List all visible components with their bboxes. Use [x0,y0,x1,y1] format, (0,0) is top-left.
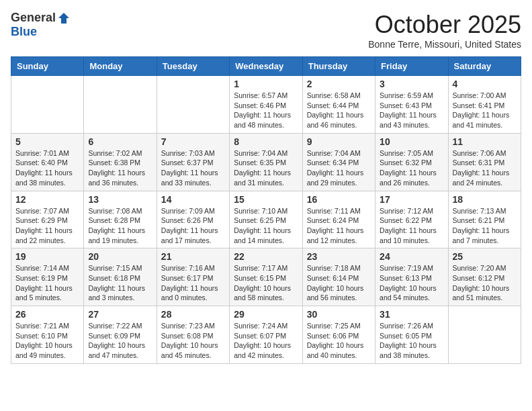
day-number: 23 [307,251,371,262]
day-number: 2 [307,79,371,89]
calendar-cell: 2Sunrise: 6:58 AM Sunset: 6:44 PM Daylig… [302,76,375,134]
calendar-week-row: 12Sunrise: 7:07 AM Sunset: 6:29 PM Dayli… [11,191,521,248]
day-number: 24 [380,251,443,262]
calendar-cell: 13Sunrise: 7:08 AM Sunset: 6:28 PM Dayli… [84,191,157,248]
day-number: 3 [380,79,443,89]
calendar-cell: 23Sunrise: 7:18 AM Sunset: 6:14 PM Dayli… [302,248,375,306]
day-number: 20 [88,251,152,262]
calendar-cell: 7Sunrise: 7:03 AM Sunset: 6:37 PM Daylig… [157,133,229,191]
day-number: 31 [380,309,443,320]
calendar-cell: 10Sunrise: 7:05 AM Sunset: 6:32 PM Dayli… [375,133,448,191]
day-number: 14 [161,194,225,205]
calendar-cell: 5Sunrise: 7:01 AM Sunset: 6:40 PM Daylig… [11,133,84,191]
title-area: October 2025 Bonne Terre, Missouri, Unit… [368,11,521,50]
calendar-cell: 9Sunrise: 7:04 AM Sunset: 6:34 PM Daylig… [302,133,375,191]
calendar-cell: 24Sunrise: 7:19 AM Sunset: 6:13 PM Dayli… [375,248,448,306]
day-info: Sunrise: 7:07 AM Sunset: 6:29 PM Dayligh… [15,206,79,246]
calendar-cell: 25Sunrise: 7:20 AM Sunset: 6:12 PM Dayli… [448,248,521,306]
day-number: 21 [161,251,225,262]
day-number: 26 [15,309,79,320]
day-info: Sunrise: 7:26 AM Sunset: 6:05 PM Dayligh… [380,321,443,361]
day-info: Sunrise: 7:21 AM Sunset: 6:10 PM Dayligh… [15,321,79,361]
calendar-cell: 14Sunrise: 7:09 AM Sunset: 6:26 PM Dayli… [157,191,229,248]
day-info: Sunrise: 6:58 AM Sunset: 6:44 PM Dayligh… [307,91,371,130]
day-info: Sunrise: 7:19 AM Sunset: 6:13 PM Dayligh… [380,263,443,303]
calendar-cell: 11Sunrise: 7:06 AM Sunset: 6:31 PM Dayli… [448,133,521,191]
day-info: Sunrise: 7:15 AM Sunset: 6:18 PM Dayligh… [88,263,152,303]
day-info: Sunrise: 7:17 AM Sunset: 6:15 PM Dayligh… [234,263,298,303]
day-info: Sunrise: 7:11 AM Sunset: 6:24 PM Dayligh… [307,206,371,246]
day-number: 11 [453,136,517,147]
day-number: 17 [380,194,443,205]
day-info: Sunrise: 7:23 AM Sunset: 6:08 PM Dayligh… [161,321,225,361]
day-number: 18 [453,194,517,205]
calendar-cell: 19Sunrise: 7:14 AM Sunset: 6:19 PM Dayli… [11,248,84,306]
col-header-tuesday: Tuesday [157,57,229,76]
day-number: 5 [15,136,79,147]
calendar-week-row: 26Sunrise: 7:21 AM Sunset: 6:10 PM Dayli… [11,306,521,364]
day-info: Sunrise: 7:25 AM Sunset: 6:06 PM Dayligh… [307,321,371,361]
day-number: 30 [307,309,371,320]
day-number: 22 [234,251,298,262]
day-number: 16 [307,194,371,205]
col-header-saturday: Saturday [448,57,521,76]
day-info: Sunrise: 7:04 AM Sunset: 6:35 PM Dayligh… [234,148,298,188]
calendar-cell [448,306,521,364]
logo: General Blue [11,11,71,39]
calendar-cell: 21Sunrise: 7:16 AM Sunset: 6:17 PM Dayli… [157,248,229,306]
calendar-cell: 1Sunrise: 6:57 AM Sunset: 6:46 PM Daylig… [230,76,302,134]
day-number: 19 [15,251,79,262]
svg-marker-0 [58,13,69,24]
logo-blue-text: Blue [11,25,37,39]
day-number: 12 [15,194,79,205]
day-info: Sunrise: 7:14 AM Sunset: 6:19 PM Dayligh… [15,263,79,303]
calendar-cell: 17Sunrise: 7:12 AM Sunset: 6:22 PM Dayli… [375,191,448,248]
calendar-cell: 8Sunrise: 7:04 AM Sunset: 6:35 PM Daylig… [230,133,302,191]
calendar-header-row: SundayMondayTuesdayWednesdayThursdayFrid… [11,57,521,76]
logo-general-text: General [11,11,56,25]
day-number: 25 [453,251,517,262]
calendar-cell: 22Sunrise: 7:17 AM Sunset: 6:15 PM Dayli… [230,248,302,306]
calendar-cell: 18Sunrise: 7:13 AM Sunset: 6:21 PM Dayli… [448,191,521,248]
day-number: 10 [380,136,443,147]
calendar-cell: 26Sunrise: 7:21 AM Sunset: 6:10 PM Dayli… [11,306,84,364]
calendar-cell: 31Sunrise: 7:26 AM Sunset: 6:05 PM Dayli… [375,306,448,364]
day-number: 28 [161,309,225,320]
day-info: Sunrise: 6:57 AM Sunset: 6:46 PM Dayligh… [234,91,298,130]
calendar-cell: 15Sunrise: 7:10 AM Sunset: 6:25 PM Dayli… [230,191,302,248]
day-info: Sunrise: 7:00 AM Sunset: 6:41 PM Dayligh… [453,91,517,130]
calendar-cell: 3Sunrise: 6:59 AM Sunset: 6:43 PM Daylig… [375,76,448,134]
calendar: SundayMondayTuesdayWednesdayThursdayFrid… [11,56,521,364]
header: General Blue October 2025 Bonne Terre, M… [11,11,521,50]
day-info: Sunrise: 7:12 AM Sunset: 6:22 PM Dayligh… [380,206,443,246]
day-number: 9 [307,136,371,147]
day-info: Sunrise: 7:09 AM Sunset: 6:26 PM Dayligh… [161,206,225,246]
day-info: Sunrise: 6:59 AM Sunset: 6:43 PM Dayligh… [380,91,443,130]
day-info: Sunrise: 7:24 AM Sunset: 6:07 PM Dayligh… [234,321,298,361]
day-number: 29 [234,309,298,320]
calendar-cell: 30Sunrise: 7:25 AM Sunset: 6:06 PM Dayli… [302,306,375,364]
calendar-week-row: 1Sunrise: 6:57 AM Sunset: 6:46 PM Daylig… [11,76,521,134]
day-number: 15 [234,194,298,205]
calendar-cell: 6Sunrise: 7:02 AM Sunset: 6:38 PM Daylig… [84,133,157,191]
day-number: 13 [88,194,152,205]
calendar-cell: 4Sunrise: 7:00 AM Sunset: 6:41 PM Daylig… [448,76,521,134]
day-info: Sunrise: 7:13 AM Sunset: 6:21 PM Dayligh… [453,206,517,246]
calendar-cell: 16Sunrise: 7:11 AM Sunset: 6:24 PM Dayli… [302,191,375,248]
day-info: Sunrise: 7:16 AM Sunset: 6:17 PM Dayligh… [161,263,225,303]
col-header-sunday: Sunday [11,57,84,76]
calendar-cell [11,76,84,134]
day-info: Sunrise: 7:08 AM Sunset: 6:28 PM Dayligh… [88,206,152,246]
calendar-week-row: 5Sunrise: 7:01 AM Sunset: 6:40 PM Daylig… [11,133,521,191]
calendar-cell: 27Sunrise: 7:22 AM Sunset: 6:09 PM Dayli… [84,306,157,364]
calendar-week-row: 19Sunrise: 7:14 AM Sunset: 6:19 PM Dayli… [11,248,521,306]
calendar-cell: 20Sunrise: 7:15 AM Sunset: 6:18 PM Dayli… [84,248,157,306]
col-header-wednesday: Wednesday [230,57,302,76]
col-header-friday: Friday [375,57,448,76]
day-number: 27 [88,309,152,320]
logo-icon [57,11,71,25]
day-info: Sunrise: 7:20 AM Sunset: 6:12 PM Dayligh… [453,263,517,303]
day-info: Sunrise: 7:22 AM Sunset: 6:09 PM Dayligh… [88,321,152,361]
calendar-cell [84,76,157,134]
day-number: 8 [234,136,298,147]
